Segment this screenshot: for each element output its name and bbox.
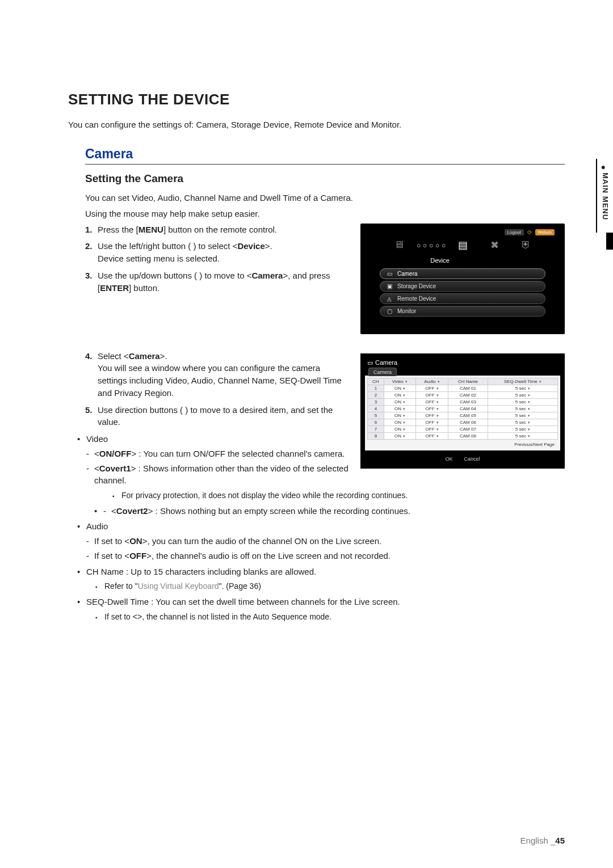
logout-chip: Logout (505, 229, 524, 235)
top-icon-row: 🖥 ∘∘∘∘∘ ▤ ✖ ⛨ (371, 239, 555, 251)
table-row: 8 ON ▾ OFF ▾ CAM 08 5 sec ▾ (368, 432, 558, 439)
page-footer: English _45 (520, 836, 565, 845)
col-ch: CH (368, 378, 384, 385)
remote-icon: ◬ (386, 296, 393, 302)
audio-off: If set to <OFF>, the channel's audio is … (86, 550, 565, 562)
chname-bullet: CH Name : Up to 15 characters including … (77, 566, 565, 578)
video-covert1: <Covert1> : Shows information other than… (86, 462, 349, 487)
video-bullet: Video <ON/OFF> : You can turn ON/OFF the… (77, 433, 349, 487)
seq-bullet: SEQ-Dwell Time : You can set the dwell t… (77, 596, 565, 608)
table-row: 1 ON ▾ OFF ▾ CAM 01 5 sec ▾ (368, 385, 558, 391)
side-black-bar (606, 233, 613, 250)
section-heading: Camera (85, 146, 565, 165)
sc2-tab: Camera (368, 368, 397, 376)
side-tab: ● MAIN MENU (596, 159, 613, 233)
ok-button: OK (445, 456, 452, 462)
step-3: 3. Use the up/down buttons ( ) to move t… (85, 269, 349, 294)
camera-header-icon: ▭ (367, 359, 373, 366)
step-2: 2. Use the left/right button ( ) to sele… (85, 240, 349, 265)
step-1: 1. Press the [MENU] button on the remote… (85, 224, 349, 236)
col-audio: Audio ▾ (416, 378, 448, 385)
camera-icon: ▭ (386, 271, 393, 277)
cancel-button: Cancel (464, 456, 480, 462)
side-tab-label: MAIN MENU (601, 172, 610, 220)
sc2-header: ▭ Camera (367, 359, 558, 366)
device-menu-screenshot: Logout ⟳ Return 🖥 ∘∘∘∘∘ ▤ ✖ ⛨ Device ▭Ca… (360, 224, 565, 334)
submenu-storage: ▣Storage Device (380, 281, 545, 292)
submenu-camera: ▭Camera (380, 268, 545, 279)
table-row: 6 ON ▾ OFF ▾ CAM 06 5 sec ▾ (368, 419, 558, 425)
camera-table: CH Video ▾ Audio ▾ CH Name SEQ-Dwell Tim… (367, 378, 558, 440)
audio-bullet: Audio If set to <ON>, you can turn the a… (77, 520, 565, 562)
desc-1: You can set Video, Audio, Channel Name a… (85, 192, 565, 204)
refresh-icon: ⟳ (527, 229, 532, 235)
table-row: 3 ON ▾ OFF ▾ CAM 03 5 sec ▾ (368, 398, 558, 405)
prev-next-label: Previous/Next Page (367, 440, 558, 448)
col-dwell: SEQ-Dwell Time ▾ (488, 378, 557, 385)
step-5: 5. Use direction buttons ( ) to move to … (85, 404, 349, 429)
table-row: 5 ON ▾ OFF ▾ CAM 05 5 sec ▾ (368, 412, 558, 419)
table-row: 7 ON ▾ OFF ▾ CAM 07 5 sec ▾ (368, 425, 558, 432)
col-chname: CH Name (448, 378, 488, 385)
tool-icon: ✖ (487, 239, 502, 251)
chname-note: Refer to "Using Virtual Keyboard". (Page… (95, 581, 565, 592)
covert2-wrapper: <Covert2> : Shows nothing but an empty s… (94, 505, 565, 517)
desc-2: Using the mouse may help make setup easi… (85, 208, 565, 220)
steps-list: 1. Press the [MENU] button on the remote… (85, 224, 349, 294)
device-submenu: ▭Camera ▣Storage Device ◬Remote Device ▢… (380, 268, 545, 317)
covert1-note: For privacy protection, it does not disp… (112, 490, 565, 502)
video-covert2: <Covert2> : Shows nothing but an empty s… (103, 505, 565, 517)
monitor-sub-icon: ▢ (386, 308, 393, 314)
device-label: Device (325, 257, 555, 264)
col-video: Video ▾ (384, 378, 416, 385)
audio-bullet-group: Audio If set to <ON>, you can turn the a… (77, 520, 565, 578)
manual-page: ● MAIN MENU SETTING THE DEVICE You can c… (0, 0, 613, 622)
submenu-monitor: ▢Monitor (380, 306, 545, 317)
bullet-icon: ● (601, 162, 610, 171)
video-onoff: <ON/OFF> : You can turn ON/OFF the selec… (86, 448, 349, 460)
return-chip: Return (535, 229, 555, 235)
page-title: SETTING THE DEVICE (68, 91, 565, 108)
subsection-heading: Setting the Camera (85, 172, 565, 185)
seq-note: If set to <>, the channel is not listed … (95, 612, 565, 623)
steps-list-2: 4. Select <Camera>. You will see a windo… (85, 350, 349, 429)
intro-text: You can configure the settings of: Camer… (68, 120, 565, 129)
record-dots-icon: ∘∘∘∘∘ (423, 239, 438, 251)
table-row: 4 ON ▾ OFF ▾ CAM 04 5 sec ▾ (368, 405, 558, 412)
audio-on: If set to <ON>, you can turn the audio o… (86, 535, 565, 547)
storage-icon: ▣ (386, 283, 393, 289)
table-row: 2 ON ▾ OFF ▾ CAM 02 5 sec ▾ (368, 391, 558, 398)
step-4: 4. Select <Camera>. You will see a windo… (85, 350, 349, 399)
submenu-remote: ◬Remote Device (380, 293, 545, 304)
device-icon: ▤ (455, 239, 470, 251)
monitor-icon: 🖥 (392, 239, 406, 251)
camera-table-screenshot: ▭ Camera Camera CH Video ▾ Audio ▾ CH Na… (360, 353, 565, 469)
network-icon: ⛨ (519, 239, 534, 251)
video-bullet-group: Video <ON/OFF> : You can turn ON/OFF the… (77, 433, 349, 487)
